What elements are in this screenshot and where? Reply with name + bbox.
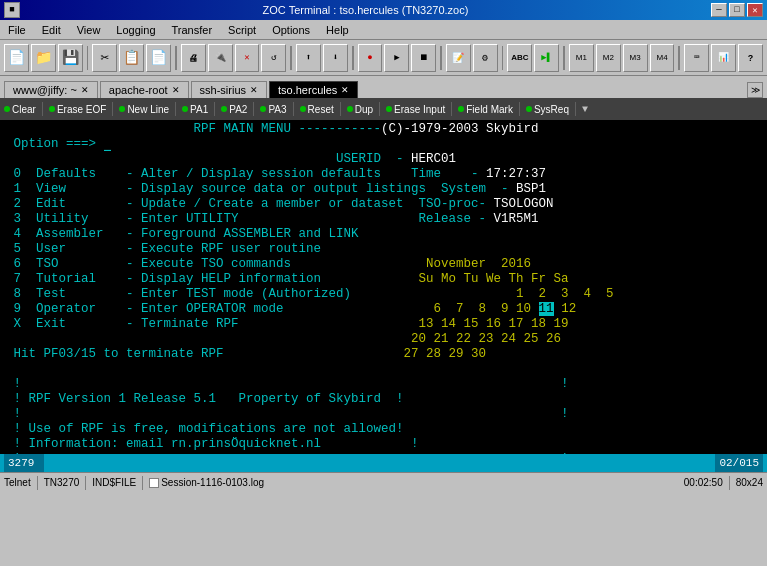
menu-transfer[interactable]: Transfer <box>168 22 217 38</box>
tb-reconnect[interactable]: ↺ <box>261 44 286 72</box>
bottom-sep3 <box>142 476 143 490</box>
fkey-eraseinput-label[interactable]: Erase Input <box>394 104 445 115</box>
tb-sep4 <box>352 46 354 70</box>
term-line-17: ! ! <box>6 377 761 392</box>
fkey-pa2-dot <box>221 106 227 112</box>
term-line-9: 6 TSO - Execute TSO commands November 20… <box>6 257 761 272</box>
fkey-arrow[interactable]: ▼ <box>582 104 588 115</box>
term-line-0: RPF MAIN MENU -----------(C)-1979-2003 S… <box>6 122 761 137</box>
tab-apache-close[interactable]: ✕ <box>172 85 180 95</box>
tb-edit[interactable]: 📝 <box>446 44 471 72</box>
fkey-sep2 <box>112 102 113 116</box>
minimize-button[interactable]: ─ <box>711 3 727 17</box>
tb-new[interactable]: 📄 <box>4 44 29 72</box>
menu-logging[interactable]: Logging <box>112 22 159 38</box>
tb-stop[interactable]: ⏹ <box>411 44 436 72</box>
tb-paste[interactable]: 📄 <box>146 44 171 72</box>
tab-apache[interactable]: apache-root ✕ <box>100 81 189 98</box>
telnet-label: Telnet <box>4 477 31 488</box>
menu-options[interactable]: Options <box>268 22 314 38</box>
fkey-fieldmark-label[interactable]: Field Mark <box>466 104 513 115</box>
maximize-button[interactable]: □ <box>729 3 745 17</box>
fkey-eraseeof-label[interactable]: Erase EOF <box>57 104 106 115</box>
fkey-dup[interactable]: Dup <box>347 104 373 115</box>
tab-hercules[interactable]: tso.hercules ✕ <box>269 81 358 98</box>
bottom-sep4 <box>729 476 730 490</box>
tb-keymap[interactable]: ⌨ <box>684 44 709 72</box>
tn3270-indicator: TN3270 <box>44 477 80 488</box>
fkeybar: Clear Erase EOF New Line PA1 PA2 PA3 Res… <box>0 98 767 120</box>
tab-sirius[interactable]: ssh-sirius ✕ <box>191 81 267 98</box>
tb-macro4[interactable]: M4 <box>650 44 675 72</box>
fkey-eraseeof-dot <box>49 106 55 112</box>
fkey-clear-dot <box>4 106 10 112</box>
tab-more-button[interactable]: ≫ <box>747 82 763 98</box>
tb-disconnect[interactable]: ✕ <box>235 44 260 72</box>
menu-script[interactable]: Script <box>224 22 260 38</box>
fkey-clear-label[interactable]: Clear <box>12 104 36 115</box>
tb-connect[interactable]: 🔌 <box>208 44 233 72</box>
tb-record[interactable]: ● <box>358 44 383 72</box>
fkey-eraseeof[interactable]: Erase EOF <box>49 104 106 115</box>
fkey-sysreq-label[interactable]: SysReq <box>534 104 569 115</box>
tb-cut[interactable]: ✂ <box>92 44 117 72</box>
tab-hercules-label: tso.hercules <box>278 84 337 96</box>
fkey-newline[interactable]: New Line <box>119 104 169 115</box>
fkey-dup-label[interactable]: Dup <box>355 104 373 115</box>
tab-hercules-close[interactable]: ✕ <box>341 85 349 95</box>
fkey-pa2[interactable]: PA2 <box>221 104 247 115</box>
tb-sep1 <box>87 46 89 70</box>
tb-save[interactable]: 💾 <box>58 44 83 72</box>
tb-copy[interactable]: 📋 <box>119 44 144 72</box>
tb-macro2[interactable]: M2 <box>596 44 621 72</box>
fkey-reset[interactable]: Reset <box>300 104 334 115</box>
window-title: ZOC Terminal : tso.hercules (TN3270.zoc) <box>20 4 711 16</box>
fkey-sep10 <box>519 102 520 116</box>
term-line-18: ! RPF Version 1 Release 5.1 Property of … <box>6 392 761 407</box>
menu-file[interactable]: File <box>4 22 30 38</box>
fkey-clear[interactable]: Clear <box>4 104 36 115</box>
tb-download[interactable]: ⬇ <box>323 44 348 72</box>
fkey-sep9 <box>451 102 452 116</box>
titlebar: ■ ZOC Terminal : tso.hercules (TN3270.zo… <box>0 0 767 20</box>
terminal-screen[interactable]: RPF MAIN MENU -----------(C)-1979-2003 S… <box>0 120 767 454</box>
tb-macro1[interactable]: M1 <box>569 44 594 72</box>
fkey-pa3[interactable]: PA3 <box>260 104 286 115</box>
tb-help[interactable]: ? <box>738 44 763 72</box>
fkey-sep3 <box>175 102 176 116</box>
fkey-eraseinput[interactable]: Erase Input <box>386 104 445 115</box>
fkey-pa3-label[interactable]: PA3 <box>268 104 286 115</box>
menu-edit[interactable]: Edit <box>38 22 65 38</box>
indfile-indicator: IND$FILE <box>92 477 136 488</box>
tb-play[interactable]: ▶ <box>384 44 409 72</box>
fkey-pa1-dot <box>182 106 188 112</box>
fkey-reset-label[interactable]: Reset <box>308 104 334 115</box>
fkey-sep5 <box>253 102 254 116</box>
session-checkbox[interactable] <box>149 478 159 488</box>
tab-jiffy-close[interactable]: ✕ <box>81 85 89 95</box>
fkey-newline-label[interactable]: New Line <box>127 104 169 115</box>
menu-help[interactable]: Help <box>322 22 353 38</box>
time-indicator: 00:02:50 <box>684 477 723 488</box>
statusbar: 3279 02/015 <box>0 454 767 472</box>
fkey-fieldmark[interactable]: Field Mark <box>458 104 513 115</box>
tb-log[interactable]: 📊 <box>711 44 736 72</box>
tb-macro3[interactable]: M3 <box>623 44 648 72</box>
menu-view[interactable]: View <box>73 22 105 38</box>
term-line-22: ! ! <box>6 452 761 454</box>
tb-sep6 <box>502 46 504 70</box>
tb-open[interactable]: 📁 <box>31 44 56 72</box>
fkey-pa1-label[interactable]: PA1 <box>190 104 208 115</box>
tb-settings[interactable]: ⚙ <box>473 44 498 72</box>
tb-print[interactable]: 🖨 <box>181 44 206 72</box>
close-button[interactable]: ✕ <box>747 3 763 17</box>
fkey-sysreq[interactable]: SysReq <box>526 104 569 115</box>
term-line-10: 7 Tutorial - Display HELP information Su… <box>6 272 761 287</box>
tab-sirius-close[interactable]: ✕ <box>250 85 258 95</box>
tb-upload[interactable]: ⬆ <box>296 44 321 72</box>
fkey-pa1[interactable]: PA1 <box>182 104 208 115</box>
fkey-pa2-label[interactable]: PA2 <box>229 104 247 115</box>
tab-jiffy[interactable]: www@jiffy: ~ ✕ <box>4 81 98 98</box>
tb-run[interactable]: ▶▌ <box>534 44 559 72</box>
tb-ascii[interactable]: ABC <box>507 44 532 72</box>
